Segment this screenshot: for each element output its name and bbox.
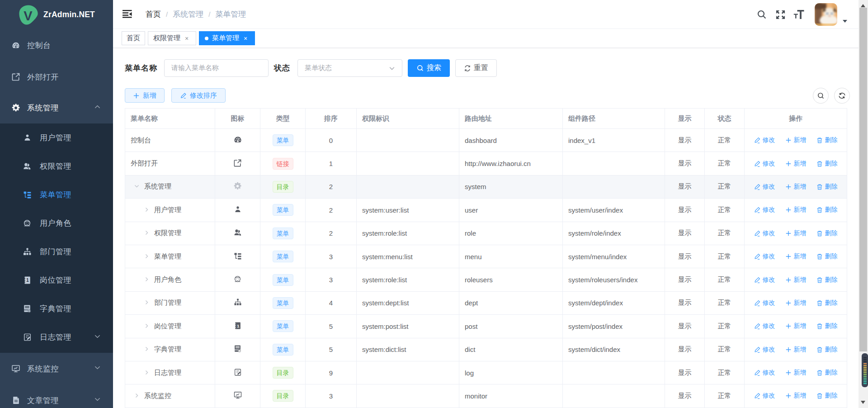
svg-text:V: V <box>24 9 33 23</box>
svg-text:1: 1 <box>237 323 240 328</box>
svg-text:1: 1 <box>26 278 29 283</box>
